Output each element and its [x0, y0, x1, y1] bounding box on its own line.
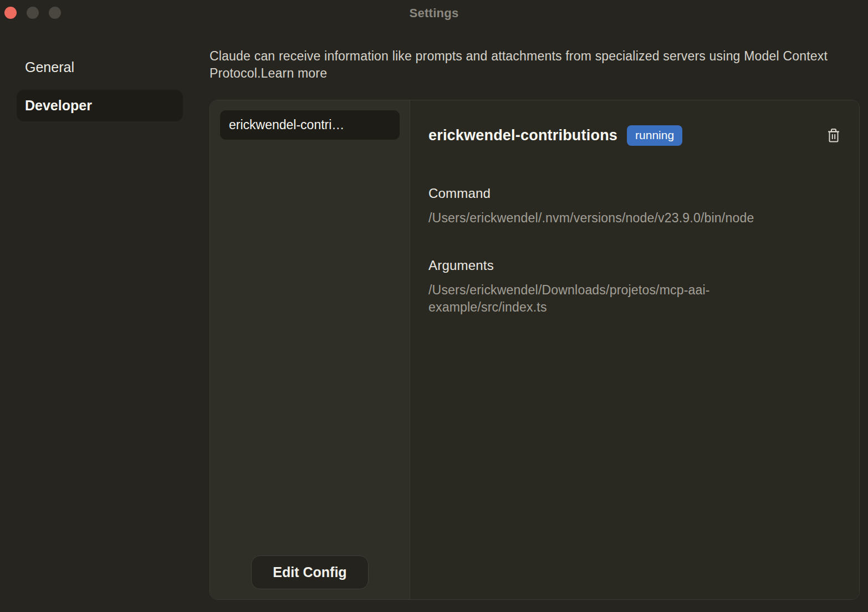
server-detail: erickwendel-contributions running: [410, 100, 859, 599]
window-title: Settings: [0, 6, 868, 21]
learn-more-link[interactable]: Learn more: [261, 66, 328, 80]
developer-settings-main: Claude can receive information like prom…: [210, 27, 868, 612]
server-detail-header: erickwendel-contributions running: [428, 125, 841, 146]
minimize-button[interactable]: [27, 7, 39, 19]
command-value: /Users/erickwendel/.nvm/versions/node/v2…: [428, 210, 783, 227]
close-button[interactable]: [4, 7, 17, 19]
titlebar: Settings: [0, 0, 868, 27]
edit-config-button[interactable]: Edit Config: [251, 555, 368, 589]
maximize-button[interactable]: [49, 7, 61, 19]
sidebar-item-general[interactable]: General: [17, 52, 183, 83]
settings-body: General Developer Claude can receive inf…: [0, 27, 868, 612]
arguments-value: /Users/erickwendel/Downloads/projetos/mc…: [428, 282, 783, 316]
arguments-section: Arguments /Users/erickwendel/Downloads/p…: [428, 258, 841, 316]
command-section: Command /Users/erickwendel/.nvm/versions…: [428, 186, 841, 227]
command-label: Command: [428, 186, 841, 201]
status-badge: running: [627, 125, 682, 146]
delete-server-button[interactable]: [826, 128, 841, 144]
trash-icon: [827, 128, 840, 143]
sidebar-item-developer[interactable]: Developer: [17, 90, 183, 121]
sidebar: General Developer: [0, 27, 210, 612]
mcp-description: Claude can receive information like prom…: [210, 48, 860, 82]
traffic-lights: [4, 7, 61, 19]
mcp-servers-panel: erickwendel-contri… Edit Config erickwen…: [210, 100, 860, 600]
server-list: erickwendel-contri… Edit Config: [210, 100, 410, 599]
server-name: erickwendel-contributions: [428, 127, 617, 144]
server-list-item[interactable]: erickwendel-contri…: [220, 110, 400, 140]
settings-window: Settings General Developer Claude can re…: [0, 0, 868, 612]
arguments-label: Arguments: [428, 258, 841, 273]
